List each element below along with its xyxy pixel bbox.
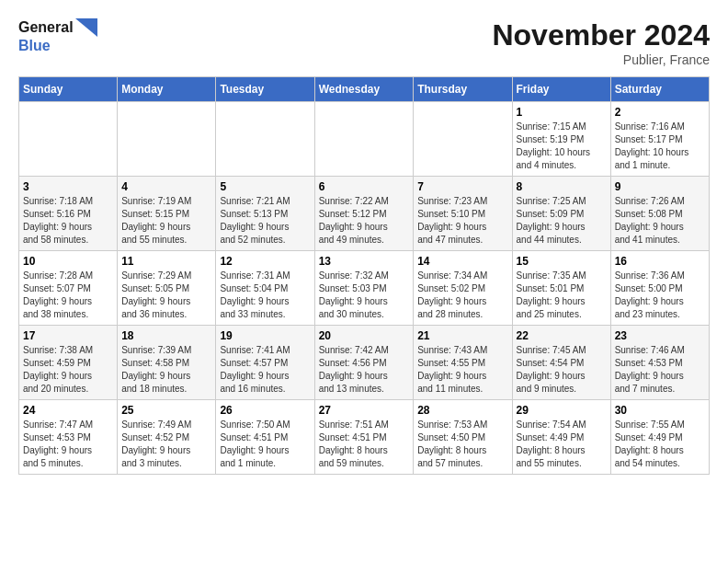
calendar-cell: 17Sunrise: 7:38 AMSunset: 4:59 PMDayligh… (19, 326, 118, 400)
weekday-header-wednesday: Wednesday (314, 77, 414, 102)
day-info: Sunrise: 7:55 AMSunset: 4:49 PMDaylight:… (615, 419, 705, 470)
day-number: 24 (23, 404, 113, 417)
week-row-5: 24Sunrise: 7:47 AMSunset: 4:53 PMDayligh… (19, 400, 710, 475)
calendar-cell: 3Sunrise: 7:18 AMSunset: 5:16 PMDaylight… (19, 177, 118, 251)
day-info: Sunrise: 7:18 AMSunset: 5:16 PMDaylight:… (23, 195, 113, 247)
day-info: Sunrise: 7:29 AMSunset: 5:05 PMDaylight:… (121, 270, 211, 321)
day-number: 1 (517, 106, 607, 119)
day-number: 9 (615, 180, 705, 193)
day-number: 8 (517, 180, 607, 193)
day-number: 14 (417, 255, 507, 268)
calendar-cell: 2Sunrise: 7:16 AMSunset: 5:17 PMDaylight… (610, 102, 709, 177)
day-number: 22 (517, 329, 607, 342)
calendar-cell: 1Sunrise: 7:15 AMSunset: 5:19 PMDaylight… (512, 102, 610, 177)
day-info: Sunrise: 7:49 AMSunset: 4:52 PMDaylight:… (121, 419, 211, 470)
month-title: November 2024 (492, 18, 710, 52)
calendar-cell (414, 102, 512, 177)
weekday-header-thursday: Thursday (414, 77, 512, 102)
day-number: 27 (319, 404, 410, 417)
calendar-cell: 12Sunrise: 7:31 AMSunset: 5:04 PMDayligh… (216, 251, 314, 326)
day-info: Sunrise: 7:43 AMSunset: 4:55 PMDaylight:… (417, 344, 507, 396)
day-info: Sunrise: 7:50 AMSunset: 4:51 PMDaylight:… (220, 419, 310, 470)
logo-arrow-icon (75, 18, 97, 37)
day-number: 7 (417, 180, 507, 193)
calendar-cell: 15Sunrise: 7:35 AMSunset: 5:01 PMDayligh… (512, 251, 610, 326)
calendar-cell (118, 102, 216, 177)
day-number: 23 (615, 329, 705, 342)
calendar-cell: 14Sunrise: 7:34 AMSunset: 5:02 PMDayligh… (414, 251, 512, 326)
day-info: Sunrise: 7:53 AMSunset: 4:50 PMDaylight:… (417, 419, 507, 470)
day-info: Sunrise: 7:51 AMSunset: 4:51 PMDaylight:… (319, 419, 410, 470)
day-info: Sunrise: 7:19 AMSunset: 5:15 PMDaylight:… (121, 195, 211, 247)
day-number: 16 (615, 255, 705, 268)
calendar-cell: 10Sunrise: 7:28 AMSunset: 5:07 PMDayligh… (19, 251, 118, 326)
day-number: 20 (319, 329, 410, 342)
day-info: Sunrise: 7:45 AMSunset: 4:54 PMDaylight:… (517, 344, 607, 396)
weekday-header-row: SundayMondayTuesdayWednesdayThursdayFrid… (19, 77, 710, 102)
calendar-cell: 4Sunrise: 7:19 AMSunset: 5:15 PMDaylight… (118, 177, 216, 251)
day-info: Sunrise: 7:38 AMSunset: 4:59 PMDaylight:… (23, 344, 113, 396)
day-info: Sunrise: 7:21 AMSunset: 5:13 PMDaylight:… (220, 195, 310, 247)
day-number: 25 (121, 404, 211, 417)
calendar-cell: 16Sunrise: 7:36 AMSunset: 5:00 PMDayligh… (610, 251, 709, 326)
week-row-3: 10Sunrise: 7:28 AMSunset: 5:07 PMDayligh… (19, 251, 710, 326)
day-number: 18 (121, 329, 211, 342)
day-info: Sunrise: 7:35 AMSunset: 5:01 PMDaylight:… (517, 270, 607, 321)
week-row-2: 3Sunrise: 7:18 AMSunset: 5:16 PMDaylight… (19, 177, 710, 251)
day-number: 15 (517, 255, 607, 268)
day-number: 28 (417, 404, 507, 417)
calendar-cell: 28Sunrise: 7:53 AMSunset: 4:50 PMDayligh… (414, 400, 512, 475)
calendar-cell: 19Sunrise: 7:41 AMSunset: 4:57 PMDayligh… (216, 326, 314, 400)
calendar: SundayMondayTuesdayWednesdayThursdayFrid… (18, 76, 710, 475)
calendar-cell: 29Sunrise: 7:54 AMSunset: 4:49 PMDayligh… (512, 400, 610, 475)
day-number: 13 (319, 255, 410, 268)
day-number: 29 (517, 404, 607, 417)
logo-general: General (18, 18, 74, 36)
calendar-cell: 30Sunrise: 7:55 AMSunset: 4:49 PMDayligh… (610, 400, 709, 475)
day-info: Sunrise: 7:32 AMSunset: 5:03 PMDaylight:… (319, 270, 410, 321)
day-info: Sunrise: 7:42 AMSunset: 4:56 PMDaylight:… (319, 344, 410, 396)
logo: General Blue (18, 18, 97, 54)
calendar-cell: 22Sunrise: 7:45 AMSunset: 4:54 PMDayligh… (512, 326, 610, 400)
location: Publier, France (492, 52, 710, 67)
day-number: 3 (23, 180, 113, 193)
day-number: 10 (23, 255, 113, 268)
day-info: Sunrise: 7:15 AMSunset: 5:19 PMDaylight:… (517, 121, 607, 172)
svg-marker-0 (75, 18, 97, 37)
day-info: Sunrise: 7:23 AMSunset: 5:10 PMDaylight:… (417, 195, 507, 247)
day-number: 5 (220, 180, 310, 193)
day-number: 12 (220, 255, 310, 268)
calendar-cell: 11Sunrise: 7:29 AMSunset: 5:05 PMDayligh… (118, 251, 216, 326)
calendar-cell: 5Sunrise: 7:21 AMSunset: 5:13 PMDaylight… (216, 177, 314, 251)
day-number: 19 (220, 329, 310, 342)
day-number: 4 (121, 180, 211, 193)
day-number: 2 (615, 106, 705, 119)
week-row-1: 1Sunrise: 7:15 AMSunset: 5:19 PMDaylight… (19, 102, 710, 177)
day-number: 30 (615, 404, 705, 417)
header: General Blue November 2024 Publier, Fran… (18, 18, 710, 67)
weekday-header-monday: Monday (118, 77, 216, 102)
day-info: Sunrise: 7:22 AMSunset: 5:12 PMDaylight:… (319, 195, 410, 247)
calendar-cell: 21Sunrise: 7:43 AMSunset: 4:55 PMDayligh… (414, 326, 512, 400)
calendar-cell: 6Sunrise: 7:22 AMSunset: 5:12 PMDaylight… (314, 177, 414, 251)
calendar-cell: 8Sunrise: 7:25 AMSunset: 5:09 PMDaylight… (512, 177, 610, 251)
weekday-header-saturday: Saturday (610, 77, 709, 102)
calendar-cell: 9Sunrise: 7:26 AMSunset: 5:08 PMDaylight… (610, 177, 709, 251)
calendar-cell: 20Sunrise: 7:42 AMSunset: 4:56 PMDayligh… (314, 326, 414, 400)
calendar-cell: 7Sunrise: 7:23 AMSunset: 5:10 PMDaylight… (414, 177, 512, 251)
day-number: 11 (121, 255, 211, 268)
logo-blue: Blue (18, 37, 97, 54)
day-info: Sunrise: 7:34 AMSunset: 5:02 PMDaylight:… (417, 270, 507, 321)
title-section: November 2024 Publier, France (492, 18, 710, 67)
day-number: 17 (23, 329, 113, 342)
calendar-cell: 24Sunrise: 7:47 AMSunset: 4:53 PMDayligh… (19, 400, 118, 475)
weekday-header-tuesday: Tuesday (216, 77, 314, 102)
weekday-header-sunday: Sunday (19, 77, 118, 102)
day-info: Sunrise: 7:26 AMSunset: 5:08 PMDaylight:… (615, 195, 705, 247)
day-info: Sunrise: 7:28 AMSunset: 5:07 PMDaylight:… (23, 270, 113, 321)
weekday-header-friday: Friday (512, 77, 610, 102)
calendar-cell (19, 102, 118, 177)
day-number: 26 (220, 404, 310, 417)
calendar-cell: 13Sunrise: 7:32 AMSunset: 5:03 PMDayligh… (314, 251, 414, 326)
calendar-cell: 18Sunrise: 7:39 AMSunset: 4:58 PMDayligh… (118, 326, 216, 400)
